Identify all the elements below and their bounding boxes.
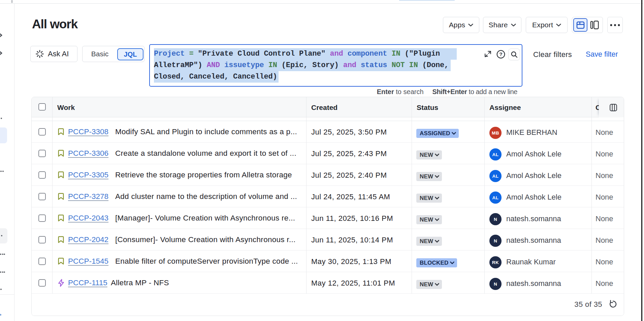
svg-text:?: ? [499, 51, 502, 57]
